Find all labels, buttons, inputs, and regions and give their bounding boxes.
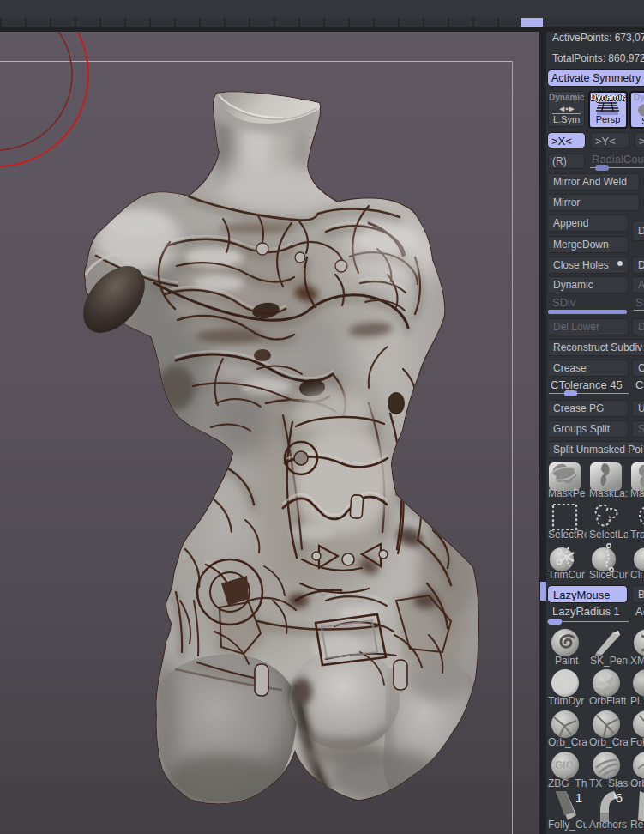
svg-text:GIO: GIO: [555, 759, 574, 771]
